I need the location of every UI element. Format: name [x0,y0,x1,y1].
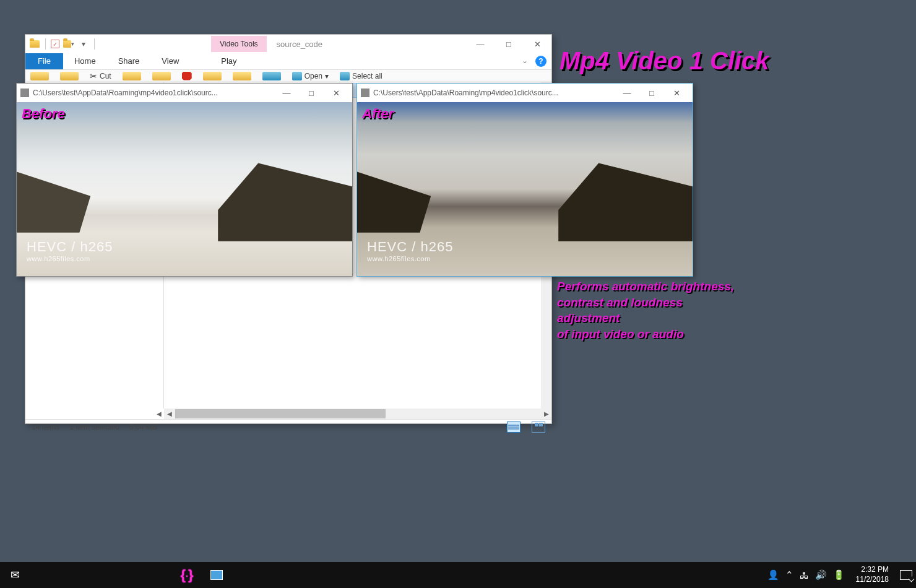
taskbar-app-window[interactable] [202,562,231,588]
scroll-left-icon[interactable]: ◀ [153,409,164,419]
horizontal-scrollbar[interactable]: ◀ ▶ [164,409,551,419]
rename-button[interactable] [203,72,222,80]
mail-icon[interactable]: ✉ [0,562,30,588]
video-area[interactable]: After HEVC / h265 www.h265files.com [357,102,693,276]
tab-home[interactable]: Home [63,53,107,69]
clock-date: 11/2/2018 [856,575,889,585]
close-button[interactable]: ✕ [523,35,551,53]
window-title-path: C:\Users\test\AppData\Roaming\mp4video1c… [373,89,615,97]
newfolder-button[interactable] [233,72,251,80]
watermark: HEVC / h265 www.h265files.com [27,239,113,262]
ribbon-body: ✂Cut Open▾ Select all [25,70,551,82]
desc-line: Performs automatic brightness, [557,279,817,295]
people-icon[interactable]: 👤 [767,569,779,581]
maximize-button[interactable]: □ [299,84,324,102]
checkbox-icon[interactable]: ✓ [51,40,59,48]
minimize-button[interactable]: — [615,84,639,102]
watermark-url: www.h265files.com [27,255,113,262]
moveto-button[interactable] [123,72,141,80]
window-controls: — □ ✕ [466,35,551,53]
window-title: source_code [277,40,322,49]
titlebar[interactable]: C:\Users\test\AppData\Roaming\mp4video1c… [17,84,352,102]
quick-access-toolbar: ✓ ▾ ▾ [25,38,100,50]
dropdown-icon[interactable]: ▾ [78,38,89,50]
watermark: HEVC / h265 www.h265files.com [367,239,453,262]
delete-button[interactable] [182,72,192,80]
tab-file[interactable]: File [25,53,63,69]
item-count-label: 14 items [32,423,59,431]
titlebar[interactable]: C:\Users\test\AppData\Roaming\mp4video1c… [357,84,693,102]
headline: Mp4 Video 1 Click [560,47,769,75]
copyto-button[interactable] [152,72,171,80]
app-icon [20,89,29,97]
selection-label: 1 item selected [69,423,119,431]
taskbar-app-brackets[interactable]: {·} [172,562,202,588]
collapse-ribbon-icon[interactable]: ⌄ [517,53,533,69]
system-tray: 👤 ⌃ 🖧 🔊 🔋 2:32 PM 11/2/2018 [767,565,916,584]
context-tab-video-tools[interactable]: Video Tools [211,36,267,52]
folder-icon[interactable]: ▾ [63,38,74,50]
taskbar: ✉ {·} 👤 ⌃ 🖧 🔊 🔋 2:32 PM 11/2/2018 [0,562,916,588]
ribbon-tabs: File Home Share View Play ⌄ ? [25,53,551,70]
pin-button[interactable] [30,72,49,80]
clock-time: 2:32 PM [856,565,889,575]
battery-icon[interactable]: 🔋 [833,569,845,581]
scroll-thumb[interactable] [175,409,386,418]
tab-view[interactable]: View [150,53,190,69]
copy-button[interactable] [60,72,79,80]
video-window-before: C:\Users\test\AppData\Roaming\mp4video1c… [16,83,353,277]
close-button[interactable]: ✕ [664,84,689,102]
maximize-button[interactable]: □ [495,35,523,53]
minimize-button[interactable]: — [466,35,495,53]
desc-line: adjustment [557,310,817,326]
desc-line: contrast and loudness [557,295,817,311]
folder-icon [29,38,40,50]
details-view-button[interactable] [507,422,521,433]
status-bar: 14 items 1 item selected 5.04 MB [25,419,551,434]
window-title-path: C:\Users\test\AppData\Roaming\mp4video1c… [33,89,274,97]
minimize-button[interactable]: — [274,84,299,102]
cut-button[interactable]: ✂Cut [90,71,111,81]
open-button[interactable]: Open▾ [292,72,329,80]
scroll-right-icon[interactable]: ▶ [541,409,551,419]
tab-share[interactable]: Share [107,53,151,69]
before-label: Before [22,106,65,122]
tab-play[interactable]: Play [210,53,248,69]
notifications-icon[interactable] [900,570,912,580]
watermark-codec: HEVC / h265 [27,239,113,255]
separator [45,38,46,50]
desc-line: of input video or audio [557,326,817,342]
network-icon[interactable]: 🖧 [800,570,809,581]
size-label: 5.04 MB [129,423,157,431]
watermark-url: www.h265files.com [367,255,453,262]
video-window-after: C:\Users\test\AppData\Roaming\mp4video1c… [356,83,693,277]
close-button[interactable]: ✕ [324,84,348,102]
volume-icon[interactable]: 🔊 [815,569,827,581]
app-icon [361,89,369,97]
clock[interactable]: 2:32 PM 11/2/2018 [851,565,894,584]
separator [94,38,95,50]
video-area[interactable]: Before HEVC / h265 www.h265files.com [17,102,352,276]
thumbnails-view-button[interactable] [532,422,545,433]
description: Performs automatic brightness,contrast a… [557,279,817,342]
explorer-titlebar[interactable]: ✓ ▾ ▾ Video Tools source_code — □ ✕ [25,35,551,53]
selectall-button[interactable]: Select all [340,72,382,80]
watermark-codec: HEVC / h265 [367,239,453,255]
maximize-button[interactable]: □ [639,84,664,102]
help-icon[interactable]: ? [535,56,547,67]
tray-chevron-icon[interactable]: ⌃ [785,569,793,581]
properties-button[interactable] [262,72,281,80]
after-label: After [362,106,394,122]
scroll-left-icon[interactable]: ◀ [164,409,175,419]
